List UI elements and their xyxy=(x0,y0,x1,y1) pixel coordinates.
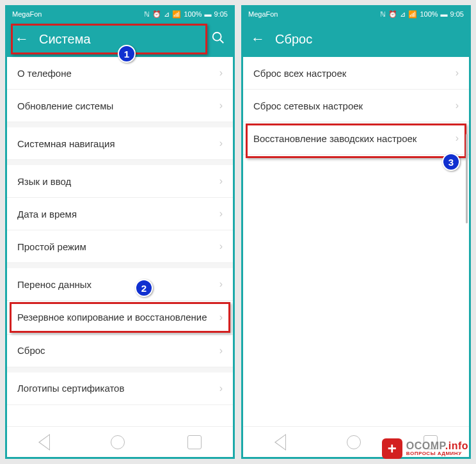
svg-point-0 xyxy=(213,32,221,40)
page-title: Система xyxy=(39,32,211,47)
section-gap xyxy=(7,122,233,127)
alarm-icon: ⏰ xyxy=(152,10,161,19)
settings-list-right: Сброс всех настроек › Сброс сетевых наст… xyxy=(243,57,469,426)
list-item-label: Системная навигация xyxy=(17,138,115,149)
page-title: Сброс xyxy=(275,32,461,47)
time-label: 9:05 xyxy=(214,10,228,18)
chevron-right-icon: › xyxy=(219,383,223,394)
nfc-icon: ℕ xyxy=(380,10,386,19)
nav-home-button[interactable] xyxy=(347,435,361,449)
settings-list-left: О телефоне › Обновление системы › Систем… xyxy=(7,57,233,426)
search-icon[interactable] xyxy=(211,31,225,48)
back-icon[interactable]: ← xyxy=(15,31,29,47)
list-item-label: Логотипы сертификатов xyxy=(17,383,124,394)
chevron-right-icon: › xyxy=(219,278,223,290)
chevron-right-icon: › xyxy=(456,67,459,79)
list-item-language[interactable]: Язык и ввод › xyxy=(7,165,233,198)
time-label: 9:05 xyxy=(450,10,464,18)
list-item-label: Сброс xyxy=(17,345,45,356)
list-item-reset-network[interactable]: Сброс сетевых настроек › xyxy=(243,90,469,122)
list-item-label: Сброс всех настроек xyxy=(253,68,346,79)
status-bar: MegaFon ℕ ⏰ ⊿ 📶 100% ▬ 9:05 xyxy=(7,7,233,21)
section-gap xyxy=(7,160,233,165)
list-item-label: О телефоне xyxy=(17,68,72,79)
list-item-certificates[interactable]: Логотипы сертификатов › xyxy=(7,372,233,405)
list-item-label: Перенос данных xyxy=(17,279,91,290)
list-item-label: Простой режим xyxy=(17,241,86,252)
list-item-factory-reset[interactable]: Восстановление заводских настроек › xyxy=(243,122,469,155)
list-item-label: Язык и ввод xyxy=(17,176,71,187)
status-right: ℕ ⏰ ⊿ 📶 100% ▬ 9:05 xyxy=(144,10,228,19)
nav-home-button[interactable] xyxy=(111,435,125,449)
chevron-right-icon: › xyxy=(219,67,223,79)
list-item-backup[interactable]: Резервное копирование и восстановление › xyxy=(7,301,233,335)
chevron-right-icon: › xyxy=(219,175,223,187)
phone-left: MegaFon ℕ ⏰ ⊿ 📶 100% ▬ 9:05 ← Система О … xyxy=(5,5,235,459)
list-item-label: Дата и время xyxy=(17,209,77,220)
list-item-about[interactable]: О телефоне › xyxy=(7,57,233,90)
alarm-icon: ⏰ xyxy=(388,10,397,19)
svg-line-1 xyxy=(220,39,224,43)
wifi-icon: ⊿ xyxy=(400,10,406,19)
list-item-label: Резервное копирование и восстановление xyxy=(17,311,207,324)
signal-icon: 📶 xyxy=(172,10,181,19)
list-item-label: Восстановление заводских настроек xyxy=(253,133,416,144)
list-item-simple-mode[interactable]: Простой режим › xyxy=(7,230,233,263)
watermark-text: OCOMP.info ВОПРОСЫ АДМИНУ xyxy=(406,441,468,456)
battery-icon: ▬ xyxy=(205,10,212,18)
watermark-main: OCOMP.info xyxy=(406,441,468,451)
step-badge-1: 1 xyxy=(118,45,136,63)
battery-label: 100% xyxy=(184,10,202,18)
nav-recent-button[interactable] xyxy=(187,435,202,449)
nfc-icon: ℕ xyxy=(144,10,150,19)
nav-back-button[interactable] xyxy=(38,435,49,449)
section-gap xyxy=(7,367,233,372)
nav-back-button[interactable] xyxy=(274,435,285,449)
back-icon[interactable]: ← xyxy=(251,31,265,47)
status-right: ℕ ⏰ ⊿ 📶 100% ▬ 9:05 xyxy=(380,10,464,19)
list-item-reset-all[interactable]: Сброс всех настроек › xyxy=(243,57,469,90)
chevron-right-icon: › xyxy=(219,208,223,220)
chevron-right-icon: › xyxy=(219,241,223,252)
battery-label: 100% xyxy=(420,10,438,18)
list-item-update[interactable]: Обновление системы › xyxy=(7,90,233,122)
status-bar: MegaFon ℕ ⏰ ⊿ 📶 100% ▬ 9:05 xyxy=(243,7,469,21)
section-gap xyxy=(7,263,233,268)
chevron-right-icon: › xyxy=(456,100,459,111)
step-badge-2: 2 xyxy=(135,279,153,297)
list-item-navigation[interactable]: Системная навигация › xyxy=(7,127,233,160)
chevron-right-icon: › xyxy=(219,345,223,356)
list-item-label: Сброс сетевых настроек xyxy=(253,100,363,111)
plus-icon: + xyxy=(382,438,402,459)
list-item-reset[interactable]: Сброс › xyxy=(7,335,233,367)
wifi-icon: ⊿ xyxy=(164,10,170,19)
chevron-right-icon: › xyxy=(456,132,459,144)
watermark-sub: ВОПРОСЫ АДМИНУ xyxy=(406,451,468,456)
scrollbar[interactable] xyxy=(466,134,468,223)
carrier-label: MegaFon xyxy=(248,10,278,18)
list-item-transfer[interactable]: Перенос данных › xyxy=(7,268,233,301)
watermark: + OCOMP.info ВОПРОСЫ АДМИНУ xyxy=(382,438,468,459)
list-item-label: Обновление системы xyxy=(17,100,113,111)
battery-icon: ▬ xyxy=(441,10,448,18)
chevron-right-icon: › xyxy=(219,138,223,149)
phone-right: MegaFon ℕ ⏰ ⊿ 📶 100% ▬ 9:05 ← Сброс Сбро… xyxy=(241,5,471,459)
list-item-datetime[interactable]: Дата и время › xyxy=(7,198,233,230)
chevron-right-icon: › xyxy=(219,100,223,111)
header-right: ← Сброс xyxy=(243,21,469,57)
chevron-right-icon: › xyxy=(219,312,223,323)
nav-bar xyxy=(7,426,233,457)
step-badge-3: 3 xyxy=(442,153,460,171)
carrier-label: MegaFon xyxy=(12,10,42,18)
signal-icon: 📶 xyxy=(408,10,417,19)
